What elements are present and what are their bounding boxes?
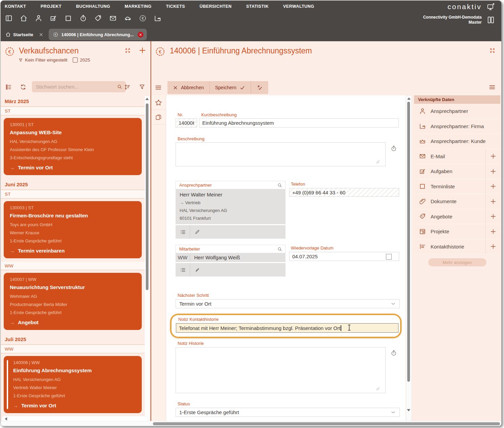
list-toolbar [1, 81, 151, 93]
scrollbar-thumb[interactable] [153, 422, 500, 425]
mitarbeiter-row[interactable]: WW Herr Wolfgang Weiß [176, 253, 285, 262]
sort-icon[interactable] [124, 84, 131, 91]
year-checkbox[interactable] [73, 57, 78, 63]
tag-icon[interactable] [94, 14, 102, 22]
list-icon[interactable] [176, 229, 190, 235]
menu-verwaltung[interactable]: VERWALTUNG [283, 4, 314, 9]
stopwatch-icon[interactable] [390, 145, 397, 152]
expand-icon[interactable] [124, 47, 131, 54]
refresh-icon[interactable] [20, 84, 27, 91]
menu-projekt[interactable]: PROJEKT [41, 4, 62, 9]
linked-item-aufgaben[interactable]: Aufgaben [414, 164, 500, 179]
scrollbar-thumb[interactable] [146, 103, 148, 290]
copy-pages-icon[interactable] [151, 110, 166, 124]
opportunity-card-140006-selected[interactable]: 140006 | WW Einführung Abrechnungssystem… [4, 356, 142, 413]
date-picker-icon[interactable] [386, 254, 392, 260]
form-vertical-scrollbar[interactable] [406, 95, 412, 421]
opportunity-card-130003[interactable]: 130003 | ST Firmen-Broschüre neu gestalt… [4, 201, 142, 258]
menu-icon[interactable] [155, 84, 162, 91]
add-opportunity-button[interactable] [138, 46, 147, 55]
favorite-star-icon[interactable] [151, 95, 166, 110]
opportunity-card-130001[interactable]: 130001 | ST Anpassung WEB-Site HAL Versi… [4, 118, 142, 175]
linked-item-kontakthistorie[interactable]: Kontakthistorie [414, 239, 500, 255]
window-horizontal-scrollbar[interactable] [1, 421, 501, 426]
linked-item-angebote[interactable]: € Angebote [414, 209, 500, 224]
wiedervorlage-field[interactable] [289, 252, 399, 261]
save-and-close-button[interactable] [251, 81, 268, 94]
list-vertical-scrollbar[interactable] [145, 96, 150, 426]
contact-role: → Vertrieb [180, 200, 281, 205]
kurzbeschreibung-field[interactable] [199, 118, 399, 127]
tab-close-icon[interactable] [39, 32, 43, 37]
timer-icon[interactable] [79, 14, 87, 22]
task-check-icon[interactable] [49, 14, 58, 22]
employee-name: Herr Wolfgang Weiß [194, 255, 240, 260]
show-more-button[interactable]: Mehr anzeigen [428, 258, 486, 266]
add-termin-button[interactable] [485, 179, 500, 194]
resize-handle[interactable] [376, 387, 380, 390]
record-side-strip [151, 95, 166, 421]
add-kontakthistorie-button[interactable] [485, 239, 500, 254]
add-dokument-button[interactable] [485, 194, 500, 209]
home-icon[interactable] [20, 14, 28, 22]
menu-statistik[interactable]: STATISTIK [246, 4, 269, 9]
linked-item-ansprechpartner-firma[interactable]: Ansprechpartner: Firma [414, 119, 500, 134]
pen-icon[interactable] [190, 229, 204, 235]
add-aufgabe-button[interactable] [485, 164, 500, 179]
split-panel-icon[interactable] [5, 14, 13, 22]
search-input[interactable] [35, 84, 117, 90]
nr-field[interactable] [176, 118, 197, 127]
paperclip-icon [419, 198, 426, 205]
pen-slash-icon[interactable] [190, 267, 204, 273]
search-icon[interactable] [117, 84, 122, 90]
funnel-icon[interactable] [139, 84, 145, 90]
scroll-up-arrow[interactable] [145, 98, 149, 100]
menu-marketing[interactable]: MARKETING [125, 4, 152, 9]
tab-active-label: 140006 | Einführung Abrechnung... [61, 32, 134, 37]
stopwatch-icon[interactable] [390, 350, 397, 356]
linked-item-ansprechpartner-kunde[interactable]: Ansprechpartner: Kunde [414, 134, 500, 149]
scrollbar-thumb[interactable] [407, 102, 410, 382]
car-icon[interactable] [124, 14, 132, 22]
ansprechpartner-details[interactable]: Herr Walter Meiner → Vertrieb HAL Versic… [176, 189, 285, 224]
menu-uebersichten[interactable]: ÜBERSICHTEN [200, 4, 232, 9]
status-select[interactable]: 1-Erste Gespräche geführt [176, 408, 400, 417]
menu-kontakt[interactable]: KONTAKT [5, 4, 26, 9]
menu-tickets[interactable]: TICKETS [166, 4, 185, 9]
search-icon[interactable] [277, 246, 282, 252]
person-icon[interactable] [35, 14, 43, 22]
square-icon[interactable] [64, 14, 72, 22]
scroll-left-arrow[interactable] [5, 417, 7, 421]
linked-item-projekte[interactable]: Projekte [414, 224, 500, 239]
factory-chart-icon[interactable] [154, 14, 162, 22]
badge-euro-icon[interactable]: € [139, 14, 147, 22]
linked-item-dokumente[interactable]: Dokumente [414, 194, 500, 209]
scroll-down-arrow[interactable] [407, 409, 410, 411]
notiz-kontakthistorie-field[interactable]: Telefonat mit Herr Meiner; Terminabstimm… [176, 323, 398, 333]
tab-close-button[interactable] [138, 32, 143, 38]
add-angebot-button[interactable] [485, 209, 500, 224]
save-button[interactable]: Speichern [210, 81, 251, 94]
resize-handle[interactable] [376, 160, 380, 164]
opportunity-card-140007[interactable]: 140007 | WW Neuausrichtung Serverstruktu… [4, 273, 142, 330]
list-icon[interactable] [176, 267, 190, 273]
bullet-list-icon[interactable] [5, 84, 12, 91]
telefon-field[interactable] [289, 188, 399, 197]
notiz-historie-textarea[interactable] [176, 347, 386, 393]
scroll-up-arrow[interactable] [407, 97, 411, 100]
add-projekt-button[interactable] [485, 224, 500, 239]
envelope-icon[interactable] [109, 14, 117, 22]
tab-verkaufschance-140006[interactable]: € 140006 | Einführung Abrechnung... [49, 29, 147, 40]
linked-item-email[interactable]: E-Mail [414, 149, 500, 164]
linked-item-ansprechpartner[interactable]: Ansprechpartner [414, 104, 500, 119]
linked-item-terminliste[interactable]: Terminliste [414, 179, 500, 194]
search-icon[interactable] [277, 183, 282, 188]
cancel-button[interactable]: Abbrechen [167, 81, 210, 94]
menu-buchhaltung[interactable]: BUCHHALTUNG [76, 4, 110, 9]
naechster-schritt-select[interactable]: Termin vor Ort [176, 299, 400, 308]
arrow-icon: → [10, 165, 15, 170]
tab-startseite[interactable]: Startseite [3, 32, 45, 37]
beschreibung-textarea[interactable] [176, 142, 386, 166]
columns-icon[interactable] [486, 16, 495, 24]
add-email-button[interactable] [485, 149, 500, 164]
